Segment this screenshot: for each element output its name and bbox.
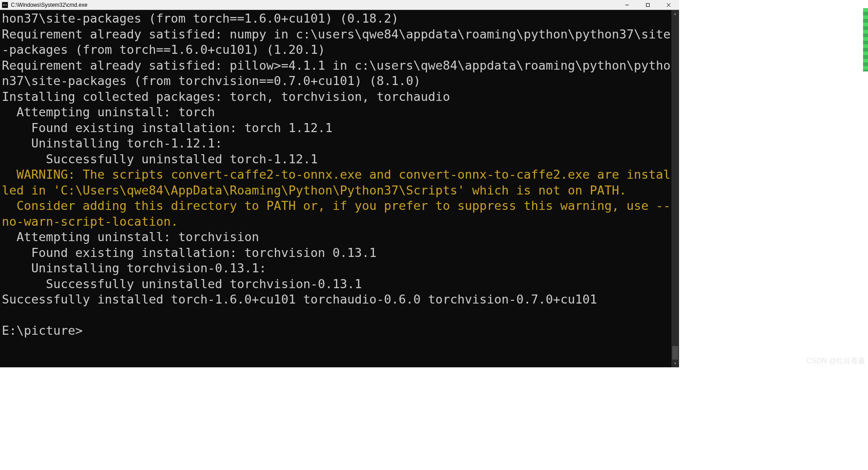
terminal-line: Successfully uninstalled torch-1.12.1 — [2, 152, 318, 166]
cmd-window: C:\Windows\System32\cmd.exe hon37\site-p… — [0, 0, 679, 367]
titlebar[interactable]: C:\Windows\System32\cmd.exe — [0, 0, 679, 10]
titlebar-left: C:\Windows\System32\cmd.exe — [2, 2, 87, 8]
terminal-line: Requirement already satisfied: pillow>=4… — [2, 58, 670, 88]
terminal-line: Found existing installation: torchvision… — [2, 246, 377, 260]
terminal-area: hon37\site-packages (from torch==1.6.0+c… — [0, 10, 679, 367]
svg-rect-1 — [646, 3, 650, 6]
scroll-up-arrow-icon[interactable]: ▲ — [671, 10, 679, 18]
titlebar-buttons — [617, 0, 679, 9]
terminal-line: Attempting uninstall: torch — [2, 105, 215, 119]
terminal-line: Uninstalling torchvision-0.13.1: — [2, 261, 266, 275]
terminal-line: hon37\site-packages (from torch==1.6.0+c… — [2, 11, 399, 25]
cmd-icon — [2, 2, 8, 8]
terminal-line: Installing collected packages: torch, to… — [2, 90, 450, 104]
close-button[interactable] — [658, 0, 679, 10]
terminal-line: Uninstalling torch-1.12.1: — [2, 136, 222, 150]
terminal-line: Consider adding this directory to PATH o… — [2, 199, 670, 228]
scroll-track[interactable] — [671, 18, 679, 360]
terminal-line: Requirement already satisfied: numpy in … — [2, 27, 670, 57]
terminal-line: Successfully uninstalled torchvision-0.1… — [2, 277, 362, 291]
terminal-line: WARNING: The scripts convert-caffe2-to-o… — [2, 167, 670, 197]
scroll-down-arrow-icon[interactable]: ▼ — [671, 360, 679, 367]
scroll-thumb[interactable] — [672, 346, 678, 360]
terminal-line: Successfully installed torch-1.6.0+cu101… — [2, 292, 597, 306]
minimize-button[interactable] — [617, 0, 637, 10]
terminal-line: Attempting uninstall: torchvision — [2, 230, 259, 244]
terminal-output[interactable]: hon37\site-packages (from torch==1.6.0+c… — [0, 10, 671, 367]
vertical-scrollbar[interactable]: ▲ ▼ — [671, 10, 679, 367]
maximize-button[interactable] — [637, 0, 658, 10]
activity-indicator-strip — [863, 8, 868, 71]
window-title: C:\Windows\System32\cmd.exe — [11, 2, 87, 8]
terminal-line: Found existing installation: torch 1.12.… — [2, 121, 333, 135]
csdn-watermark: CSDN @红目香薰 — [807, 356, 865, 366]
terminal-line: E:\picture> — [2, 323, 83, 337]
